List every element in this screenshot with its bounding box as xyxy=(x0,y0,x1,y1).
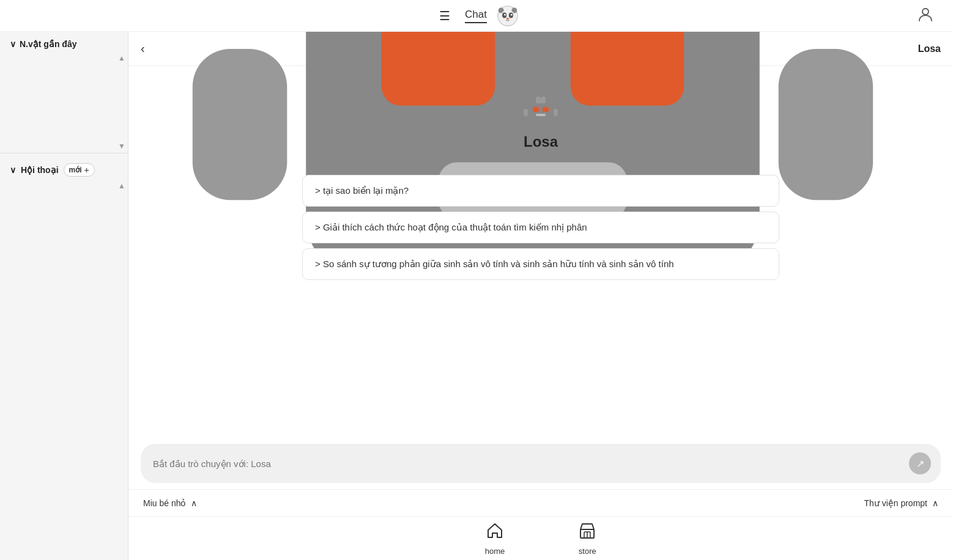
nvat-chevron: ∨ xyxy=(10,39,16,49)
main-layout: ∨ N.vật gần đây ▲ ▼ ∨ Hội thoại mới + ▲ … xyxy=(0,32,953,560)
chat-input-area: ↗ xyxy=(128,437,953,489)
chat-input[interactable] xyxy=(153,459,902,469)
send-icon: ↗ xyxy=(916,458,924,470)
scroll-down-1: ▼ xyxy=(0,142,128,150)
bottom-nav: home store xyxy=(128,516,953,560)
user-icon[interactable] xyxy=(918,6,933,26)
home-icon xyxy=(486,521,504,544)
scroll-up-2: ▲ xyxy=(0,182,128,190)
new-badge-label: mới xyxy=(69,166,82,174)
home-nav-item[interactable]: home xyxy=(485,521,505,556)
store-icon xyxy=(578,521,596,544)
home-label: home xyxy=(485,547,505,556)
chat-input-wrapper: ↗ xyxy=(141,444,941,483)
bot-name-large: Losa xyxy=(524,133,558,150)
new-badge-plus: + xyxy=(84,165,89,175)
miu-be-nho-label: Miu bé nhỏ xyxy=(143,498,186,508)
svg-rect-21 xyxy=(543,107,549,112)
svg-rect-20 xyxy=(533,107,539,112)
sidebar: ∨ N.vật gần đây ▲ ▼ ∨ Hội thoại mới + ▲ xyxy=(0,32,128,560)
svg-rect-26 xyxy=(524,109,528,116)
nav-center: ☰ Chat xyxy=(434,5,519,27)
chat-messages: Losa > tại sao biển lại mặn? > Giải thíc… xyxy=(128,66,953,437)
send-button[interactable]: ↗ xyxy=(909,452,931,474)
hoi-thoai-header: ∨ Hội thoại mới + xyxy=(10,163,118,177)
svg-point-6 xyxy=(504,13,506,15)
store-label: store xyxy=(579,547,596,556)
nvat-label: N.vật gần đây xyxy=(20,39,76,49)
top-nav: ☰ Chat xyxy=(0,0,953,32)
svg-point-8 xyxy=(506,18,510,20)
thu-vien-chevron-up-icon: ∧ xyxy=(932,498,938,508)
thu-vien-prompt-button[interactable]: Thư viện prompt ∧ xyxy=(864,498,938,508)
sidebar-divider xyxy=(0,153,128,153)
chat-header: ‹ Losa xyxy=(128,32,953,66)
store-nav-item[interactable]: store xyxy=(578,521,596,556)
chat-tab[interactable]: Chat xyxy=(465,9,487,23)
bot-intro: Losa xyxy=(522,90,559,150)
hoi-thoai-label: Hội thoại xyxy=(21,165,59,175)
suggestion-card-2[interactable]: > Giải thích cách thức hoạt động của thu… xyxy=(302,212,779,243)
svg-point-25 xyxy=(539,92,543,95)
svg-point-9 xyxy=(922,9,929,15)
nvat-section: ∨ N.vật gần đây xyxy=(0,32,128,54)
bottom-toolbar: Miu bé nhỏ ∧ Thư viện prompt ∧ xyxy=(128,489,953,516)
svg-rect-19 xyxy=(528,103,553,120)
bot-avatar-large xyxy=(522,90,559,127)
svg-point-7 xyxy=(511,13,513,15)
chat-bot-name: Losa xyxy=(918,43,941,54)
svg-rect-27 xyxy=(554,109,558,116)
back-button[interactable]: ‹ xyxy=(141,42,145,56)
scroll-up-1: ▲ xyxy=(0,54,128,62)
thu-vien-label: Thư viện prompt xyxy=(864,498,927,508)
suggestion-card-3[interactable]: > So sánh sự tương phản giữa sinh sản vô… xyxy=(302,248,779,280)
suggestions-list: > tại sao biển lại mặn? > Giải thích các… xyxy=(302,175,779,280)
hoi-thoai-section: ∨ Hội thoại mới + xyxy=(0,156,128,182)
new-badge-button[interactable]: mới + xyxy=(64,163,95,177)
miu-be-nho-button[interactable]: Miu bé nhỏ ∧ xyxy=(143,498,197,508)
nvat-header[interactable]: ∨ N.vật gần đây xyxy=(10,39,118,49)
chat-area: ‹ Losa xyxy=(128,32,953,560)
hoi-thoai-chevron: ∨ xyxy=(10,165,16,175)
miu-chevron-up-icon: ∧ xyxy=(191,498,197,508)
suggestion-card-1[interactable]: > tại sao biển lại mặn? xyxy=(302,175,779,207)
menu-icon[interactable]: ☰ xyxy=(434,6,455,26)
panda-icon[interactable] xyxy=(497,5,519,27)
svg-rect-22 xyxy=(536,114,546,116)
